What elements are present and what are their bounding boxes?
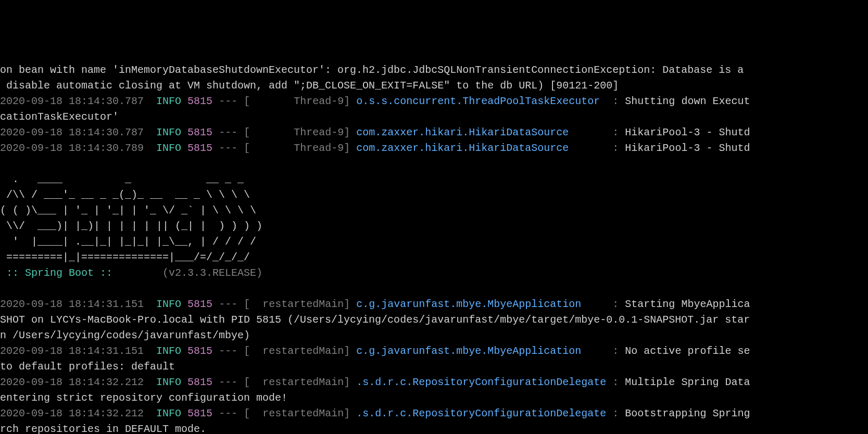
colon: : <box>612 95 619 107</box>
logger: .s.d.r.c.RepositoryConfigurationDelegate <box>356 407 606 419</box>
log-line: disable automatic closing at VM shutdown… <box>0 78 868 94</box>
log-line: 2020-09-18 18:14:31.151 INFO 5815 --- [ … <box>0 297 868 312</box>
colon: : <box>612 126 619 138</box>
log-line: 2020-09-18 18:14:31.151 INFO 5815 --- [ … <box>0 343 868 359</box>
spring-ascii-art: . ____ _ __ _ _ <box>0 172 868 187</box>
log-line: entering strict repository configuration… <box>0 390 868 406</box>
bracket-open: [ <box>244 376 250 388</box>
timestamp: 2020-09-18 18:14:30.789 <box>0 142 144 154</box>
log-line: cationTaskExecutor' <box>0 109 868 125</box>
logger: com.zaxxer.hikari.HikariDataSource <box>356 126 606 138</box>
blank-line <box>0 156 868 172</box>
message: Shutting down Execut <box>625 95 750 107</box>
separator: --- <box>219 376 237 388</box>
blank-line <box>0 281 868 297</box>
bracket-open: [ <box>244 95 250 107</box>
spring-ascii-art: ( ( )\___ | '_ | '_| | '_ \/ _` | \ \ \ … <box>0 203 868 219</box>
separator: --- <box>219 142 237 154</box>
pid: 5815 <box>187 298 212 310</box>
bracket-close: ] <box>344 407 350 419</box>
message: HikariPool-3 - Shutd <box>625 142 750 154</box>
thread: Thread-9 <box>250 126 344 138</box>
spring-boot-label: :: Spring Boot :: <box>0 267 119 279</box>
separator: --- <box>219 298 237 310</box>
colon: : <box>612 298 619 310</box>
bracket-close: ] <box>344 142 350 154</box>
separator: --- <box>219 407 237 419</box>
bracket-open: [ <box>244 142 250 154</box>
thread: restartedMain <box>250 407 344 419</box>
message: Starting MbyeApplica <box>625 298 750 310</box>
spring-boot-version: (v2.3.3.RELEASE) <box>119 267 262 279</box>
colon: : <box>612 376 619 388</box>
message: No active profile se <box>625 345 750 357</box>
log-line: 2020-09-18 18:14:30.787 INFO 5815 --- [ … <box>0 94 868 109</box>
log-line: 2020-09-18 18:14:32.212 INFO 5815 --- [ … <box>0 406 868 422</box>
pid: 5815 <box>187 95 212 107</box>
separator: --- <box>219 345 237 357</box>
bracket-open: [ <box>244 126 250 138</box>
message: Bootstrapping Spring <box>625 407 750 419</box>
logger: .s.d.r.c.RepositoryConfigurationDelegate <box>356 376 606 388</box>
bracket-close: ] <box>344 345 350 357</box>
spring-ascii-art: =========|_|==============|___/=/_/_/_/ <box>0 250 868 265</box>
timestamp: 2020-09-18 18:14:30.787 <box>0 126 144 138</box>
log-line: 2020-09-18 18:14:30.789 INFO 5815 --- [ … <box>0 141 868 156</box>
log-level: INFO <box>156 376 181 388</box>
thread: Thread-9 <box>250 95 344 107</box>
log-line: SHOT on LYCYs-MacBook-Pro.local with PID… <box>0 312 868 328</box>
log-line: rch repositories in DEFAULT mode. <box>0 422 868 434</box>
pid: 5815 <box>187 126 212 138</box>
timestamp: 2020-09-18 18:14:32.212 <box>0 407 144 419</box>
bracket-close: ] <box>344 95 350 107</box>
separator: --- <box>219 95 237 107</box>
thread: restartedMain <box>250 376 344 388</box>
log-line: 2020-09-18 18:14:32.212 INFO 5815 --- [ … <box>0 375 868 390</box>
colon: : <box>612 407 619 419</box>
bracket-close: ] <box>344 298 350 310</box>
message: Multiple Spring Data <box>625 376 750 388</box>
log-level: INFO <box>156 298 181 310</box>
log-level: INFO <box>156 345 181 357</box>
bracket-close: ] <box>344 376 350 388</box>
timestamp: 2020-09-18 18:14:32.212 <box>0 376 144 388</box>
bracket-open: [ <box>244 407 250 419</box>
pid: 5815 <box>187 376 212 388</box>
thread: restartedMain <box>250 298 344 310</box>
spring-ascii-art: \\/ ___)| |_)| | | | | || (_| | ) ) ) ) <box>0 219 868 234</box>
terminal-output[interactable]: on bean with name 'inMemoryDatabaseShutd… <box>0 62 868 434</box>
thread: Thread-9 <box>250 142 344 154</box>
thread: restartedMain <box>250 345 344 357</box>
bracket-close: ] <box>344 126 350 138</box>
timestamp: 2020-09-18 18:14:31.151 <box>0 345 144 357</box>
spring-boot-banner: :: Spring Boot :: (v2.3.3.RELEASE) <box>0 265 868 281</box>
logger: com.zaxxer.hikari.HikariDataSource <box>356 142 606 154</box>
timestamp: 2020-09-18 18:14:31.151 <box>0 298 144 310</box>
log-line: to default profiles: default <box>0 359 868 375</box>
pid: 5815 <box>187 142 212 154</box>
log-level: INFO <box>156 126 181 138</box>
logger: o.s.s.concurrent.ThreadPoolTaskExecutor <box>356 95 606 107</box>
pid: 5815 <box>187 407 212 419</box>
log-level: INFO <box>156 142 181 154</box>
colon: : <box>612 142 619 154</box>
logger: c.g.javarunfast.mbye.MbyeApplication <box>356 345 606 357</box>
timestamp: 2020-09-18 18:14:30.787 <box>0 95 144 107</box>
spring-ascii-art: /\\ / ___'_ __ _ _(_)_ __ __ _ \ \ \ \ <box>0 187 868 203</box>
spring-ascii-art: ' |____| .__|_| |_|_| |_\__, | / / / / <box>0 234 868 250</box>
message: HikariPool-3 - Shutd <box>625 126 750 138</box>
separator: --- <box>219 126 237 138</box>
logger: c.g.javarunfast.mbye.MbyeApplication <box>356 298 606 310</box>
log-level: INFO <box>156 407 181 419</box>
pid: 5815 <box>187 345 212 357</box>
bracket-open: [ <box>244 298 250 310</box>
log-line: n /Users/lycying/codes/javarunfast/mbye) <box>0 328 868 343</box>
log-line: on bean with name 'inMemoryDatabaseShutd… <box>0 62 868 78</box>
colon: : <box>612 345 619 357</box>
log-line: 2020-09-18 18:14:30.787 INFO 5815 --- [ … <box>0 125 868 141</box>
log-level: INFO <box>156 95 181 107</box>
bracket-open: [ <box>244 345 250 357</box>
